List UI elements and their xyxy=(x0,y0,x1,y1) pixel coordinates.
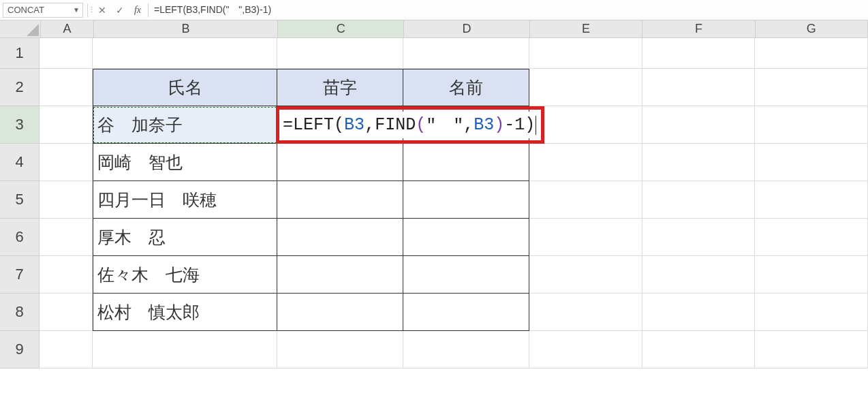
cell-A1[interactable] xyxy=(40,38,93,69)
row-header-8[interactable]: 8 xyxy=(0,294,40,331)
col-header-D[interactable]: D xyxy=(404,20,530,38)
formula-token: ( xyxy=(334,115,344,135)
cell-A4[interactable] xyxy=(40,144,93,181)
formula-input[interactable] xyxy=(150,3,868,18)
row-header-2[interactable]: 2 xyxy=(0,69,40,106)
cell-B7[interactable]: 佐々木 七海 xyxy=(93,256,277,294)
cell-B4[interactable]: 岡崎 智也 xyxy=(93,144,277,181)
formula-token: ) xyxy=(494,115,504,135)
row-header-3[interactable]: 3 xyxy=(0,106,40,144)
spreadsheet-grid[interactable]: A B C D E F G 1 2 氏名 苗字 名前 xyxy=(0,20,868,368)
row-header-6[interactable]: 6 xyxy=(0,219,40,256)
cell-G5[interactable] xyxy=(755,181,868,219)
cell-D5[interactable] xyxy=(403,181,529,219)
cell-D6[interactable] xyxy=(403,219,529,256)
cell-G2[interactable] xyxy=(755,69,868,106)
cancel-button[interactable]: ✕ xyxy=(93,3,111,18)
cell-E1[interactable] xyxy=(529,38,642,69)
column-headers: A B C D E F G xyxy=(41,20,868,38)
row-header-5[interactable]: 5 xyxy=(0,181,40,219)
cell-F5[interactable] xyxy=(642,181,756,219)
cell-G6[interactable] xyxy=(755,219,868,256)
cell-G8[interactable] xyxy=(755,294,868,331)
row-header-7[interactable]: 7 xyxy=(0,256,40,294)
cell-value: 松村 慎太郎 xyxy=(97,301,200,324)
cell-E9[interactable] xyxy=(529,331,642,368)
cell-C6[interactable] xyxy=(277,219,403,256)
cell-A3[interactable] xyxy=(40,106,93,144)
editing-formula-overlay[interactable]: =LEFT(B3,FIND(" ",B3)-1) xyxy=(280,112,539,138)
cell-G4[interactable] xyxy=(755,144,868,181)
cell-E8[interactable] xyxy=(529,294,642,331)
cell-F1[interactable] xyxy=(642,38,756,69)
cell-F2[interactable] xyxy=(642,69,756,106)
cell-C1[interactable] xyxy=(277,38,403,69)
cell-E6[interactable] xyxy=(529,219,642,256)
row-5: 5 四月一日 咲穂 xyxy=(0,181,868,219)
cell-value: 厚木 忍 xyxy=(97,226,166,249)
cell-F7[interactable] xyxy=(642,256,756,294)
cell-D2[interactable]: 名前 xyxy=(403,69,529,106)
name-box[interactable]: CONCAT ▼ xyxy=(3,3,83,18)
select-all-corner[interactable] xyxy=(0,20,41,38)
chevron-down-icon[interactable]: ▼ xyxy=(73,6,80,14)
cell-D4[interactable] xyxy=(403,144,529,181)
cell-F8[interactable] xyxy=(642,294,756,331)
cell-D7[interactable] xyxy=(403,256,529,294)
cell-B6[interactable]: 厚木 忍 xyxy=(93,219,277,256)
col-header-A[interactable]: A xyxy=(41,20,94,38)
cell-A7[interactable] xyxy=(40,256,93,294)
col-header-E[interactable]: E xyxy=(530,20,642,38)
formula-token: ,FIND xyxy=(365,115,416,135)
cell-B2[interactable]: 氏名 xyxy=(93,69,277,106)
cell-G7[interactable] xyxy=(755,256,868,294)
cell-F3[interactable] xyxy=(642,106,756,144)
cell-B3[interactable]: 谷 加奈子 xyxy=(93,106,277,144)
insert-function-button[interactable]: fx xyxy=(129,3,146,18)
cell-G9[interactable] xyxy=(755,331,868,368)
cell-B5[interactable]: 四月一日 咲穂 xyxy=(93,181,277,219)
header-label: 苗字 xyxy=(323,76,357,99)
enter-button[interactable]: ✓ xyxy=(111,3,129,18)
row-header-1[interactable]: 1 xyxy=(0,38,40,69)
col-header-F[interactable]: F xyxy=(642,20,755,38)
cell-A8[interactable] xyxy=(40,294,93,331)
cell-C5[interactable] xyxy=(277,181,403,219)
cell-F4[interactable] xyxy=(642,144,756,181)
col-header-G[interactable]: G xyxy=(756,20,868,38)
cell-F6[interactable] xyxy=(642,219,756,256)
cell-A2[interactable] xyxy=(40,69,93,106)
row-header-9[interactable]: 9 xyxy=(0,331,40,368)
cell-value: 佐々木 七海 xyxy=(97,264,200,286)
cell-F9[interactable] xyxy=(642,331,756,368)
cell-E7[interactable] xyxy=(529,256,642,294)
cell-B1[interactable] xyxy=(93,38,277,69)
cell-E3[interactable] xyxy=(529,106,642,144)
cell-C7[interactable] xyxy=(277,256,403,294)
row-header-4[interactable]: 4 xyxy=(0,144,40,181)
cell-E5[interactable] xyxy=(529,181,642,219)
cell-D1[interactable] xyxy=(403,38,529,69)
cell-A5[interactable] xyxy=(40,181,93,219)
cell-D8[interactable] xyxy=(403,294,529,331)
cell-C9[interactable] xyxy=(277,331,403,368)
cell-B9[interactable] xyxy=(93,331,277,368)
col-header-B[interactable]: B xyxy=(94,20,278,38)
cell-E2[interactable] xyxy=(529,69,642,106)
cell-E4[interactable] xyxy=(529,144,642,181)
formula-token: ) xyxy=(525,115,535,135)
cell-C2[interactable]: 苗字 xyxy=(277,69,403,106)
formula-token: B3 xyxy=(474,115,494,135)
cell-B8[interactable]: 松村 慎太郎 xyxy=(93,294,277,331)
cell-C4[interactable] xyxy=(277,144,403,181)
cell-C8[interactable] xyxy=(277,294,403,331)
cell-G1[interactable] xyxy=(755,38,868,69)
cell-A9[interactable] xyxy=(40,331,93,368)
row-4: 4 岡崎 智也 xyxy=(0,144,868,181)
cell-G3[interactable] xyxy=(755,106,868,144)
cell-D9[interactable] xyxy=(403,331,529,368)
cancel-icon: ✕ xyxy=(98,5,106,16)
formula-token: -1 xyxy=(504,115,525,135)
col-header-C[interactable]: C xyxy=(278,20,404,38)
cell-A6[interactable] xyxy=(40,219,93,256)
